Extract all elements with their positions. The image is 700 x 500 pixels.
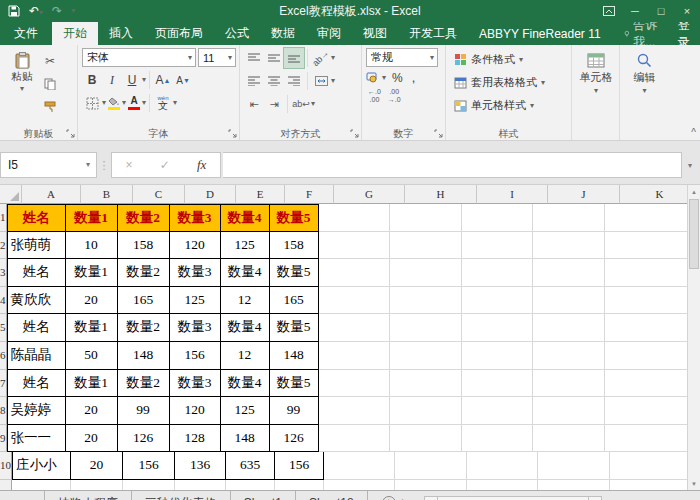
cell[interactable]: 20: [66, 425, 118, 453]
cell[interactable]: [275, 480, 324, 490]
cell[interactable]: [462, 259, 533, 287]
cell[interactable]: [390, 342, 462, 370]
cell[interactable]: [319, 204, 390, 232]
cell[interactable]: [533, 370, 605, 398]
cell[interactable]: [12, 480, 71, 490]
cell[interactable]: 125: [170, 287, 221, 315]
save-icon[interactable]: [8, 5, 20, 17]
cell[interactable]: 158: [118, 232, 170, 260]
formula-bar-expand-icon[interactable]: ▾: [682, 152, 698, 178]
column-header-G[interactable]: G: [334, 185, 405, 204]
cell[interactable]: 20: [66, 397, 118, 425]
cell[interactable]: [319, 425, 390, 453]
formula-input[interactable]: [223, 152, 682, 178]
cell[interactable]: [319, 259, 390, 287]
sheet-tab-4[interactable]: Sheet18: [295, 491, 368, 500]
new-sheet-icon[interactable]: +: [382, 496, 396, 500]
cell[interactable]: 20: [71, 452, 123, 480]
cell[interactable]: 数量5: [270, 204, 319, 232]
undo-icon[interactable]: ↶▾: [29, 5, 43, 17]
cell[interactable]: [390, 259, 462, 287]
paste-button[interactable]: 粘贴 ▾: [4, 48, 40, 127]
cell[interactable]: 数量3: [170, 370, 221, 398]
conditional-formatting-button[interactable]: 条件格式▾: [450, 48, 568, 71]
cell[interactable]: [533, 425, 605, 453]
column-header-A[interactable]: A: [22, 185, 81, 204]
cell[interactable]: 姓名: [7, 259, 66, 287]
cell[interactable]: [605, 232, 700, 260]
tab-1[interactable]: 开始: [52, 22, 98, 45]
tab-8[interactable]: 开发工具: [398, 22, 468, 45]
name-box[interactable]: I5 ▾: [0, 152, 97, 178]
phonetic-guide-icon[interactable]: wén 文: [153, 93, 173, 113]
row-header-11[interactable]: 11: [0, 480, 12, 490]
alignment-dialog-launcher-icon[interactable]: [350, 129, 359, 138]
enter-icon[interactable]: ✓: [160, 158, 170, 172]
cell[interactable]: 120: [170, 397, 221, 425]
minimize-icon[interactable]: ─: [622, 0, 648, 22]
maximize-icon[interactable]: □: [648, 0, 674, 22]
accounting-format-icon[interactable]: [366, 72, 380, 83]
cell[interactable]: 126: [118, 425, 170, 453]
underline-dropdown-icon[interactable]: ▾: [142, 76, 146, 84]
sheet-tab-3[interactable]: Sheet1: [230, 491, 295, 500]
cell-styles-button[interactable]: 单元格样式▾: [450, 94, 568, 117]
column-header-B[interactable]: B: [81, 185, 133, 204]
cell[interactable]: 数量5: [270, 370, 319, 398]
cell[interactable]: 158: [270, 232, 319, 260]
ribbon-display-options-icon[interactable]: [596, 0, 622, 22]
orientation-icon[interactable]: ab→: [311, 48, 331, 68]
format-as-table-button[interactable]: 套用表格格式▾: [450, 71, 568, 94]
column-header-I[interactable]: I: [477, 185, 548, 204]
cell[interactable]: 50: [66, 342, 118, 370]
cell[interactable]: 姓名: [7, 370, 66, 398]
cell[interactable]: 数量4: [221, 370, 270, 398]
decrease-decimal-icon[interactable]: .00 →.0: [388, 88, 401, 103]
cell[interactable]: 120: [170, 232, 221, 260]
cell[interactable]: 128: [170, 425, 221, 453]
cut-icon[interactable]: ✂: [40, 51, 60, 71]
sheet-tab-2[interactable]: 三秒优化表格: [131, 491, 230, 500]
format-painter-icon[interactable]: [40, 97, 60, 117]
cell[interactable]: 125: [221, 232, 270, 260]
cell[interactable]: [226, 480, 275, 490]
cell[interactable]: [390, 314, 462, 342]
cell[interactable]: [605, 259, 700, 287]
align-top-icon[interactable]: [244, 48, 264, 68]
cell[interactable]: 数量4: [221, 259, 270, 287]
cell[interactable]: [462, 204, 533, 232]
cell[interactable]: 姓名: [7, 314, 66, 342]
cell[interactable]: [324, 480, 395, 490]
align-left-icon[interactable]: [244, 71, 264, 91]
cells-button[interactable]: 单元格 ▾: [576, 48, 616, 127]
cell[interactable]: [467, 480, 538, 490]
align-middle-icon[interactable]: [264, 48, 284, 68]
number-format-combo[interactable]: 常规▾: [366, 48, 438, 67]
cell[interactable]: 635: [226, 452, 275, 480]
cell[interactable]: 12: [221, 342, 270, 370]
cell[interactable]: [462, 287, 533, 315]
cell[interactable]: 数量4: [221, 204, 270, 232]
cell[interactable]: [605, 342, 700, 370]
clipboard-dialog-launcher-icon[interactable]: [66, 129, 75, 138]
cell[interactable]: [319, 287, 390, 315]
cell[interactable]: [605, 425, 700, 453]
cell[interactable]: 庄小小: [12, 452, 71, 480]
tab-6[interactable]: 审阅: [306, 22, 352, 45]
cell[interactable]: 数量1: [66, 204, 118, 232]
cell[interactable]: [71, 480, 123, 490]
align-center-icon[interactable]: [264, 71, 284, 91]
cell[interactable]: 126: [270, 425, 319, 453]
cell[interactable]: [319, 397, 390, 425]
cell[interactable]: [605, 370, 700, 398]
cancel-icon[interactable]: ×: [126, 158, 133, 172]
cell[interactable]: [390, 287, 462, 315]
comma-style-icon[interactable]: ,: [409, 70, 419, 85]
cell[interactable]: 数量2: [118, 314, 170, 342]
cell[interactable]: 156: [123, 452, 175, 480]
cell[interactable]: [390, 232, 462, 260]
cell[interactable]: [533, 259, 605, 287]
cell[interactable]: 数量1: [66, 259, 118, 287]
tab-3[interactable]: 页面布局: [144, 22, 214, 45]
cell[interactable]: 数量5: [270, 259, 319, 287]
